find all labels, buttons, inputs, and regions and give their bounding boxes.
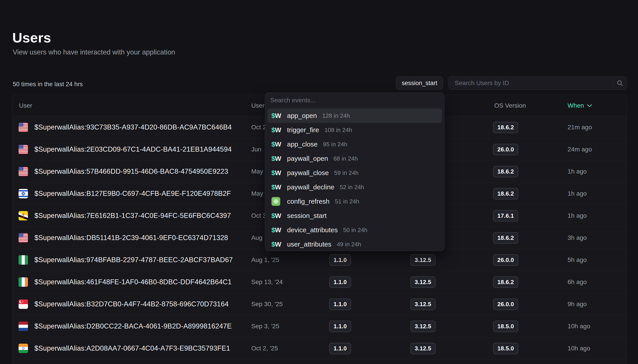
user-created-cell: Sep 30, '25 — [251, 300, 329, 308]
country-flag-us-icon — [19, 145, 28, 154]
user-cell: $SuperwallAlias:461F48FE-1AF0-46B0-8DBC-… — [13, 277, 251, 287]
last-seen: 1h ago — [568, 168, 587, 175]
event-option-config_refresh[interactable]: config_refresh51 in 24h — [267, 194, 442, 208]
country-flag-us-icon — [19, 122, 28, 132]
event-name: paywall_decline — [287, 183, 335, 191]
superwall-event-icon: $W — [271, 140, 281, 148]
superwall-event-icon: $W — [271, 112, 281, 120]
event-option-session_start[interactable]: $Wsession_start — [267, 208, 442, 223]
event-name: paywall_close — [287, 169, 329, 177]
when-cell: 10h ago — [568, 345, 627, 352]
user-cell: $SuperwallAlias:974BFABB-2297-4787-BEEC-… — [13, 255, 251, 265]
search-users-input[interactable] — [448, 76, 613, 90]
when-cell: 10h ago — [568, 323, 627, 330]
when-cell: 9h ago — [568, 300, 627, 308]
when-cell: 1h ago — [568, 168, 627, 175]
events-list: $Wapp_open128 in 24h$Wtrigger_fire108 in… — [265, 108, 444, 251]
event-name: paywall_open — [287, 155, 328, 162]
superwall-icon-wrap: $W — [271, 155, 282, 162]
event-count: 95 in 24h — [323, 141, 347, 148]
chevron-down-icon — [587, 104, 592, 107]
table-row[interactable]: $SuperwallAlias:AB1313F2-2B2F-44C7-9930-… — [13, 359, 627, 364]
user-created-cell: Oct 2, '25 — [251, 345, 329, 352]
search-events-input[interactable] — [265, 93, 444, 108]
superwall-icon-wrap: $W — [271, 240, 282, 248]
user-created-date: May — [251, 168, 263, 175]
table-row[interactable]: $SuperwallAlias:461F48FE-1AF0-46B0-8DBC-… — [13, 271, 627, 293]
table-row[interactable]: $SuperwallAlias:B32D7CB0-A4F7-44B2-8758-… — [13, 293, 627, 315]
sdk-version-badge: 1.1.0 — [329, 254, 351, 266]
when-label: When — [568, 102, 584, 109]
superwall-icon-wrap: $W — [271, 140, 282, 148]
event-count-summary: 50 times in the last 24 hrs — [13, 80, 83, 88]
user-cell: $SuperwallAlias:93C73B35-A937-4D20-86DB-… — [13, 122, 251, 132]
superwall-event-icon: $W — [271, 183, 281, 191]
column-header-os-version: OS Version — [493, 102, 568, 109]
superwall-event-icon: $W — [271, 155, 281, 162]
table-row[interactable]: $SuperwallAlias:974BFABB-2297-4787-BEEC-… — [13, 249, 627, 271]
os-version-cell: 18.6.2 — [493, 166, 568, 177]
event-name: app_open — [287, 112, 317, 120]
last-seen: 9h ago — [568, 300, 587, 308]
table-row[interactable]: $SuperwallAlias:A2D08AA7-0667-4C04-A7F3-… — [13, 337, 627, 359]
column-header-user: User — [13, 102, 251, 109]
app-version-cell: 3.12.5 — [410, 298, 493, 310]
sdk-version-badge: 1.1.0 — [329, 343, 351, 354]
event-option-paywall_decline[interactable]: $Wpaywall_decline52 in 24h — [267, 180, 442, 194]
sdk-version-cell: 1.1.0 — [329, 321, 410, 332]
search-icon[interactable] — [613, 80, 627, 86]
column-header-when[interactable]: When — [568, 102, 627, 109]
event-option-user_attributes[interactable]: $Wuser_attributes49 in 24h — [267, 237, 442, 251]
event-option-app_open[interactable]: $Wapp_open128 in 24h — [267, 108, 442, 123]
sdk-version-cell: 1.1.0 — [329, 254, 410, 266]
user-id: $SuperwallAlias:B32D7CB0-A4F7-44B2-8758-… — [35, 300, 229, 308]
os-version-cell: 17.6.1 — [493, 210, 568, 222]
app-version-cell: 3.12.5 — [410, 254, 493, 266]
user-created-date: Oct 3 — [251, 212, 266, 219]
event-count: 108 in 24h — [324, 126, 352, 134]
superwall-icon-wrap: $W — [271, 169, 282, 177]
app-version-cell: 3.12.5 — [410, 321, 493, 332]
country-flag-in-icon — [19, 344, 28, 353]
os-version-badge: 18.6.2 — [493, 188, 518, 200]
last-seen: 1h ago — [568, 190, 587, 197]
event-filter-button[interactable]: session_start — [396, 76, 443, 90]
os-version-cell: 18.5.0 — [493, 343, 568, 354]
user-cell: $SuperwallAlias:B127E9B0-C697-4CFB-AE9E-… — [13, 189, 251, 198]
user-created-cell: Aug 1, '25 — [251, 256, 329, 264]
page-subtitle: View users who have interacted with your… — [13, 48, 175, 56]
user-cell: $SuperwallAlias:A2D08AA7-0667-4C04-A7F3-… — [13, 344, 251, 353]
superwall-icon-wrap: $W — [271, 126, 282, 134]
event-option-app_close[interactable]: $Wapp_close95 in 24h — [267, 137, 442, 152]
event-option-paywall_close[interactable]: $Wpaywall_close59 in 24h — [267, 166, 442, 180]
event-name: trigger_fire — [287, 126, 319, 134]
app-version-cell: 3.12.5 — [410, 343, 493, 354]
event-option-device_attributes[interactable]: $Wdevice_attributes50 in 24h — [267, 223, 442, 237]
superwall-icon-wrap: $W — [271, 226, 282, 234]
country-flag-nl-icon — [19, 322, 28, 331]
last-seen: 10h ago — [568, 323, 590, 330]
user-cell: $SuperwallAlias:B32D7CB0-A4F7-44B2-8758-… — [13, 300, 251, 309]
table-row[interactable]: $SuperwallAlias:D2B0CC22-BACA-4061-9B2D-… — [13, 315, 627, 337]
user-created-date: Sep 3, '25 — [251, 323, 279, 330]
event-name: session_start — [287, 212, 327, 220]
os-version-cell: 26.0.0 — [493, 254, 568, 266]
user-search-box — [448, 76, 627, 90]
last-seen: 24m ago — [568, 146, 592, 153]
superwall-event-icon: $W — [271, 126, 281, 134]
app-version-badge: 3.12.5 — [410, 343, 436, 354]
event-option-paywall_open[interactable]: $Wpaywall_open68 in 24h — [267, 152, 442, 166]
user-cell: $SuperwallAlias:DB51141B-2C39-4061-9EF0-… — [13, 233, 251, 242]
user-id: $SuperwallAlias:57B466DD-9915-46D6-BAC8-… — [35, 168, 228, 176]
event-name: device_attributes — [287, 226, 338, 234]
user-created-date: Aug — [251, 234, 262, 241]
superwall-event-icon: $W — [271, 169, 281, 177]
when-cell: 24m ago — [568, 146, 627, 153]
last-seen: 3h ago — [568, 234, 587, 241]
last-seen: 10h ago — [568, 345, 590, 352]
event-option-trigger_fire[interactable]: $Wtrigger_fire108 in 24h — [267, 123, 442, 137]
os-version-badge: 18.5.0 — [493, 321, 518, 332]
events-dropdown: $Wapp_open128 in 24h$Wtrigger_fire108 in… — [265, 92, 444, 251]
superwall-icon-wrap: $W — [271, 183, 282, 191]
country-flag-us-icon — [19, 233, 28, 242]
